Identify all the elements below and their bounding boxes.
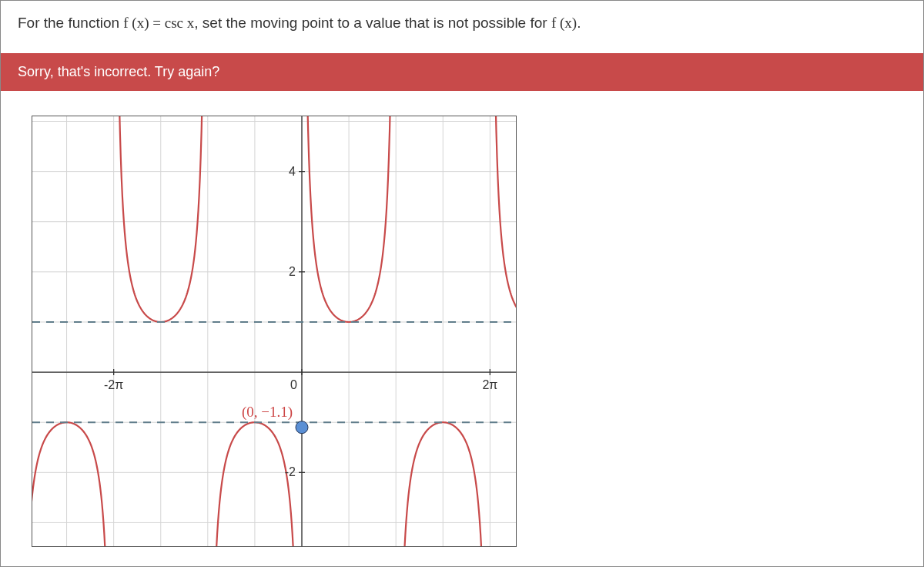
x-tick-label: 0 (290, 378, 297, 391)
prompt-suffix: . (577, 15, 581, 31)
prompt-func: f (x) = csc x (123, 15, 194, 31)
prompt-middle: , set the moving point to a value that i… (194, 15, 551, 31)
feedback-bar: Sorry, that's incorrect. Try again? (1, 53, 923, 91)
prompt-func2: f (x) (551, 15, 577, 31)
moving-point[interactable] (296, 421, 308, 434)
x-tick-label: 2π (482, 378, 497, 391)
y-tick-label: 2 (289, 265, 296, 278)
x-tick-label: -2π (104, 378, 123, 391)
question-prompt: For the function f (x) = csc x, set the … (1, 1, 923, 53)
feedback-text: Sorry, that's incorrect. Try again? (18, 64, 219, 79)
y-tick-label: 4 (289, 165, 296, 178)
csc-branch (493, 116, 517, 316)
csc-branch (32, 422, 110, 547)
graph-container[interactable]: -2π02π42-2(0, −1.1) (32, 116, 517, 547)
prompt-prefix: For the function (18, 15, 123, 31)
moving-point-label: (0, −1.1) (242, 404, 293, 421)
y-tick-label: -2 (285, 465, 296, 478)
graph-svg[interactable]: -2π02π42-2(0, −1.1) (32, 116, 517, 547)
